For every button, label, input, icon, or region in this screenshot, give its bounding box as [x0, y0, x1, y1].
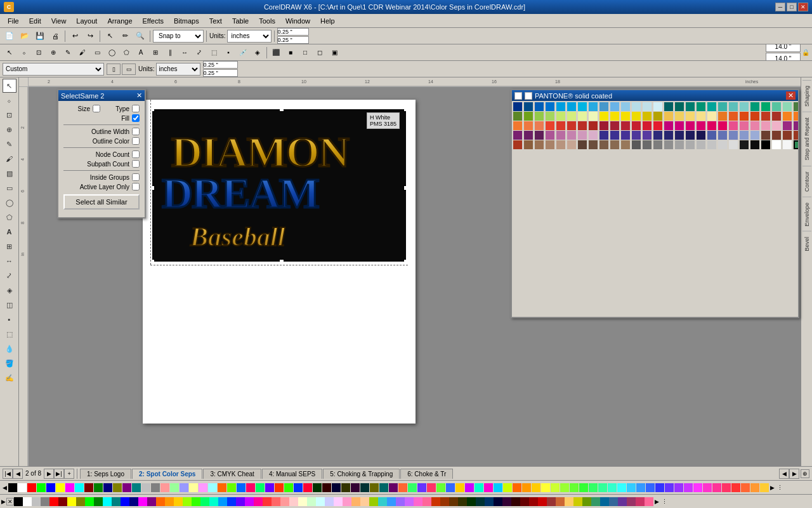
- palette2-swatch[interactable]: [636, 497, 645, 506]
- node-count-checkbox[interactable]: [132, 150, 140, 158]
- palette2-swatch[interactable]: [396, 497, 405, 506]
- palette2-swatch[interactable]: [227, 497, 236, 506]
- pantone-color-swatch[interactable]: [653, 140, 662, 149]
- open-button[interactable]: 📂: [18, 29, 32, 43]
- palette2-swatch[interactable]: [494, 497, 502, 506]
- palette-swatch[interactable]: [665, 483, 674, 492]
- pantone-color-swatch[interactable]: [524, 131, 533, 140]
- inside-groups-checkbox[interactable]: [132, 173, 140, 181]
- palette2-swatch[interactable]: [485, 497, 494, 506]
- pantone-color-swatch[interactable]: [653, 131, 662, 140]
- pantone-color-swatch[interactable]: [589, 121, 598, 130]
- pantone-color-swatch[interactable]: [546, 112, 554, 121]
- tab-zoom-btn[interactable]: ⊕: [801, 469, 809, 478]
- palette2-swatch[interactable]: [529, 497, 538, 506]
- units-select2[interactable]: inches: [156, 63, 200, 76]
- palette2-swatch[interactable]: [627, 497, 636, 506]
- palette-swatch[interactable]: [360, 483, 369, 492]
- pantone-color-swatch[interactable]: [794, 121, 798, 130]
- pantone-color-swatch[interactable]: [697, 102, 705, 111]
- ellipse-tool-btn[interactable]: ◯: [3, 196, 16, 210]
- select-same-title-bar[interactable]: SelectSame 2 ✕: [58, 90, 145, 101]
- palette2-swatch[interactable]: [360, 497, 369, 506]
- tool-select[interactable]: ↖: [3, 46, 16, 60]
- palette2-swatch[interactable]: [511, 497, 520, 506]
- pantone-color-swatch[interactable]: [707, 131, 716, 140]
- palette2-swatch[interactable]: [218, 497, 227, 506]
- page-prev-btn[interactable]: ◀: [13, 469, 23, 479]
- palette-swatch[interactable]: [341, 483, 350, 492]
- pantone-color-swatch[interactable]: [599, 121, 608, 130]
- pantone-color-swatch[interactable]: [556, 121, 565, 130]
- pantone-color-swatch[interactable]: [556, 140, 565, 149]
- palette-swatch[interactable]: [160, 483, 169, 492]
- menu-text[interactable]: Text: [204, 16, 227, 26]
- menu-table[interactable]: Table: [227, 16, 254, 26]
- palette-swatch[interactable]: [56, 483, 65, 492]
- pantone-color-swatch[interactable]: [535, 102, 544, 111]
- pantone-color-swatch[interactable]: [621, 102, 630, 111]
- tool-ellipse[interactable]: ◯: [105, 46, 119, 60]
- pantone-dialog-close[interactable]: ✕: [786, 91, 796, 100]
- pantone-color-swatch[interactable]: [610, 140, 619, 149]
- pantone-color-swatch[interactable]: [653, 121, 662, 130]
- pantone-color-swatch[interactable]: [761, 102, 770, 111]
- menu-window[interactable]: Window: [280, 16, 315, 26]
- outline-width-checkbox[interactable]: [132, 128, 140, 135]
- palette-swatch[interactable]: [294, 483, 303, 492]
- subpath-count-checkbox[interactable]: [132, 160, 140, 168]
- pantone-color-swatch[interactable]: [729, 131, 738, 140]
- tool-interactive[interactable]: ◈: [251, 46, 265, 60]
- pantone-color-swatch[interactable]: [675, 102, 684, 111]
- palette-swatch[interactable]: [103, 483, 112, 492]
- palette-swatch[interactable]: [513, 483, 521, 492]
- palette-swatch[interactable]: [113, 483, 122, 492]
- palette-swatch[interactable]: [731, 483, 740, 492]
- palette-swatch[interactable]: [475, 483, 483, 492]
- palette-swatch[interactable]: [646, 483, 655, 492]
- pantone-color-swatch[interactable]: [524, 102, 533, 111]
- new-button[interactable]: 📄: [3, 29, 16, 43]
- palette2-swatch[interactable]: [76, 497, 85, 506]
- pantone-color-swatch[interactable]: [599, 131, 608, 140]
- pantone-color-swatch[interactable]: [513, 102, 522, 111]
- palette2-swatch[interactable]: [200, 497, 209, 506]
- pantone-color-swatch[interactable]: [643, 102, 652, 111]
- pantone-color-swatch[interactable]: [513, 121, 522, 130]
- pantone-color-swatch[interactable]: [643, 121, 652, 130]
- palette2-swatch[interactable]: [156, 497, 165, 506]
- pantone-color-swatch[interactable]: [718, 121, 727, 130]
- palette2-swatch[interactable]: [316, 497, 325, 506]
- pantone-color-swatch[interactable]: [546, 121, 554, 130]
- palette-swatch[interactable]: [693, 483, 702, 492]
- tool-shape[interactable]: ⬦: [17, 46, 31, 60]
- palette2-swatch[interactable]: [272, 497, 280, 506]
- tab-scroll-left[interactable]: ◀: [779, 469, 789, 479]
- crop-tool-btn[interactable]: ⊡: [3, 108, 16, 122]
- page-portrait[interactable]: ▯: [107, 64, 121, 75]
- pantone-color-swatch[interactable]: [513, 112, 522, 121]
- pantone-color-swatch[interactable]: [740, 102, 749, 111]
- pantone-color-swatch[interactable]: [632, 102, 641, 111]
- palette-swatch[interactable]: [655, 483, 664, 492]
- pantone-color-swatch[interactable]: [718, 131, 727, 140]
- palette-swatch[interactable]: [284, 483, 293, 492]
- palette2-swatch[interactable]: [23, 497, 32, 506]
- palette-swatch[interactable]: [570, 483, 579, 492]
- pantone-color-swatch[interactable]: [729, 140, 738, 149]
- size-checkbox[interactable]: [93, 105, 100, 112]
- pantone-color-swatch[interactable]: [707, 112, 716, 121]
- tool-freehand2[interactable]: ✎: [61, 46, 75, 60]
- palette2-swatch[interactable]: [325, 497, 334, 506]
- pantone-color-swatch[interactable]: [610, 102, 619, 111]
- palette2-swatch[interactable]: [165, 497, 174, 506]
- pantone-color-swatch[interactable]: [599, 140, 608, 149]
- palette-swatch[interactable]: [608, 483, 617, 492]
- eyedrop-tool-btn[interactable]: 💧: [3, 342, 16, 356]
- page-tab-4[interactable]: 4: Manual SEPS: [262, 469, 322, 479]
- palette2-swatch[interactable]: [440, 497, 449, 506]
- pantone-color-swatch[interactable]: [729, 121, 738, 130]
- palette-swatch[interactable]: [750, 483, 759, 492]
- palette-swatch[interactable]: [208, 483, 217, 492]
- palette2-swatch[interactable]: [209, 497, 218, 506]
